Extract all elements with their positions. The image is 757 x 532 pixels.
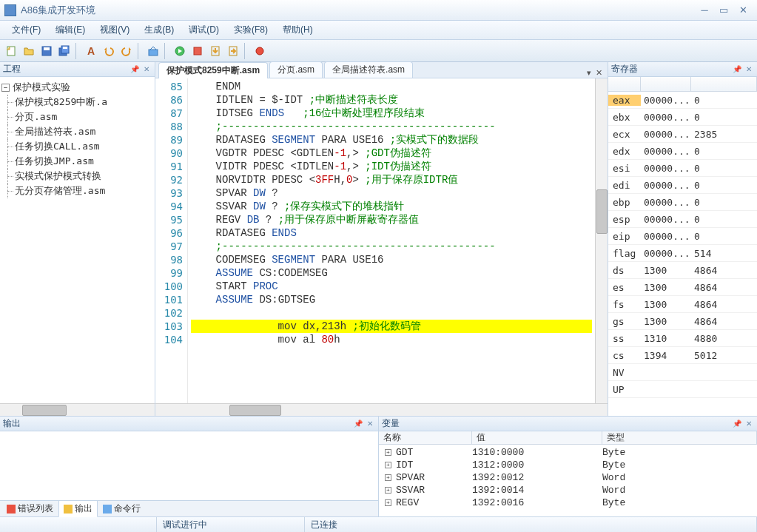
menu-item[interactable]: 实验(F8) [226,21,275,38]
minimize-button[interactable]: ─ [695,4,714,17]
output-body[interactable] [0,431,378,500]
close-panel-icon[interactable]: ✕ [365,419,375,429]
tree-item[interactable]: 分页.asm [1,110,153,124]
editor-hscroll[interactable] [155,403,608,416]
code-editor[interactable]: ENDM IDTLEN = $-IDT ;中断描述符表长度 IDTSEG END… [188,78,595,403]
project-tree: − 保护模式实验 保护模式8259中断.a分页.asm全局描述符表.asm任务切… [0,77,155,403]
expand-icon[interactable]: + [385,487,391,494]
menu-item[interactable]: 编辑(E) [48,21,92,38]
title-bar: A86集成开发环境 ─ ▭ ✕ [0,0,757,21]
register-row[interactable]: ds13004864 [608,262,757,279]
tab-close-icon[interactable]: ✕ [593,68,605,78]
breakpoint-button[interactable] [252,43,268,59]
close-panel-icon[interactable]: ✕ [744,64,754,75]
open-button[interactable] [21,43,37,59]
status-debug: 调试进行中 [157,517,305,532]
editor-tab[interactable]: 分页.asm [269,61,323,78]
tree-item[interactable]: 保护模式8259中断.a [1,95,153,110]
variables-panel-title: 变量 [382,417,400,430]
register-row[interactable]: gs13004864 [608,313,757,330]
register-row[interactable]: ss13104880 [608,330,757,347]
expand-icon[interactable]: + [385,499,391,506]
editor-tab[interactable]: 全局描述符表.asm [324,61,413,78]
tab-menu-icon[interactable]: ▾ [585,68,593,78]
app-icon [4,4,16,16]
editor-tabs: 保护模式8259中断.asm分页.asm全局描述符表.asm▾✕ [155,62,608,78]
output-tabs: 错误列表输出命令行 [0,500,378,516]
step-into-button[interactable] [207,43,223,59]
register-row[interactable]: ecx00000...2385 [608,126,757,143]
run-button[interactable] [172,43,188,59]
close-panel-icon[interactable]: ✕ [141,64,152,75]
register-row[interactable]: edx00000...0 [608,143,757,160]
tree-root[interactable]: − 保护模式实验 [1,80,153,95]
expand-icon[interactable]: + [385,462,391,468]
tree-item[interactable]: 无分页存储管理.asm [1,183,153,198]
pin-icon[interactable]: 📌 [353,419,363,429]
save-all-button[interactable] [56,43,73,59]
editor-vscroll[interactable] [595,78,608,403]
menu-item[interactable]: 帮助(H) [275,21,320,38]
output-panel: 输出 📌 ✕ 错误列表输出命令行 [0,417,379,516]
expand-icon[interactable]: + [385,474,391,481]
variable-row[interactable]: +IDT1312:0000Byte [379,459,757,471]
register-row[interactable]: fs13004864 [608,296,757,313]
tree-item[interactable]: 任务切换JMP.asm [1,154,153,169]
register-row[interactable]: eax00000...0 [608,92,757,109]
variable-row[interactable]: +GDT1310:0000Byte [379,446,757,459]
variables-panel: 变量 📌 ✕ 名称 值 类型 +GDT1310:0000Byte+IDT1312… [379,417,757,516]
variable-row[interactable]: +REGV1392:0016Byte [379,496,757,509]
register-row[interactable]: ebp00000...0 [608,194,757,211]
close-panel-icon[interactable]: ✕ [744,419,754,429]
status-pad [0,517,157,532]
register-row[interactable]: cs13945012 [608,347,757,364]
menu-item[interactable]: 文件(F) [4,21,48,38]
build-button[interactable] [145,43,161,59]
tree-item[interactable]: 任务切换CALL.asm [1,139,153,154]
register-row[interactable]: es13004864 [608,279,757,296]
tree-item[interactable]: 实模式保护模式转换 [1,169,153,183]
registers-panel-title: 寄存器 [611,63,638,75]
tree-root-label: 保护模式实验 [13,81,70,94]
register-row[interactable]: esi00000...0 [608,160,757,177]
pin-icon[interactable]: 📌 [732,419,742,429]
editor-tab[interactable]: 保护模式8259中断.asm [158,62,268,78]
variables-body: +GDT1310:0000Byte+IDT1312:0000Byte+SPVAR… [379,445,757,516]
menu-item[interactable]: 视图(V) [92,21,137,38]
pin-icon[interactable]: 📌 [129,64,140,75]
save-button[interactable] [38,43,55,59]
register-row[interactable]: esp00000...0 [608,211,757,228]
var-header-name: 名称 [379,431,472,444]
output-tab[interactable]: 命令行 [98,500,146,517]
register-row[interactable]: eip00000...0 [608,228,757,245]
status-bar: 调试进行中 已连接 [0,516,757,532]
variable-row[interactable]: +SPVAR1392:0012Word [379,471,757,484]
register-row[interactable]: NV [608,364,757,381]
undo-button[interactable] [101,43,117,59]
project-hscroll[interactable] [0,403,155,416]
tree-item[interactable]: 全局描述符表.asm [1,124,153,139]
collapse-icon[interactable]: − [1,84,10,92]
expand-icon[interactable]: + [385,449,391,456]
maximize-button[interactable]: ▭ [714,4,733,17]
output-tab[interactable]: 错误列表 [1,500,58,517]
variable-row[interactable]: +SSVAR1392:0014Word [379,484,757,496]
register-row[interactable]: edi00000...0 [608,177,757,194]
new-file-button[interactable] [3,43,19,59]
close-button[interactable]: ✕ [733,4,753,17]
step-over-button[interactable] [225,43,241,59]
redo-button[interactable] [118,43,135,59]
register-row[interactable]: flag00000...514 [608,245,757,262]
register-row[interactable]: ebx00000...0 [608,109,757,126]
menu-item[interactable]: 调试(D) [181,21,226,38]
stop-button[interactable] [189,43,206,59]
line-gutter: 8586878889909192939495969798991001011021… [155,78,188,403]
pin-icon[interactable]: 📌 [732,64,742,75]
register-row[interactable]: UP [608,381,757,398]
menu-item[interactable]: 生成(B) [137,21,181,38]
font-button[interactable]: A [83,43,99,59]
project-panel-title: 工程 [3,63,21,75]
svg-point-11 [256,47,263,55]
status-conn: 已连接 [305,517,757,532]
output-tab[interactable]: 输出 [58,500,98,517]
